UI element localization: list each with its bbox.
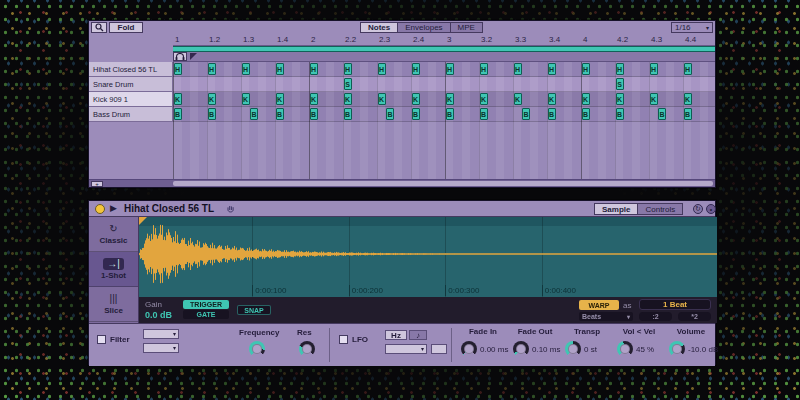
horizontal-scrollbar[interactable]: + xyxy=(89,179,715,187)
param-value[interactable]: 0.00 ms xyxy=(480,345,508,354)
midi-note[interactable]: K xyxy=(344,93,352,105)
midi-note[interactable]: B xyxy=(412,108,420,120)
note-row[interactable]: KKKKKKKKKKKKKKKK xyxy=(173,92,715,107)
warp-mode-select[interactable]: Beats ▾ xyxy=(579,312,633,321)
midi-note[interactable]: B xyxy=(344,108,352,120)
midi-note[interactable]: H xyxy=(616,63,624,75)
mode-1-shot-button[interactable]: →|1-Shot xyxy=(89,252,138,287)
tab-notes[interactable]: Notes xyxy=(360,22,398,33)
midi-note[interactable]: H xyxy=(548,63,556,75)
midi-note[interactable]: H xyxy=(276,63,284,75)
midi-note[interactable]: H xyxy=(684,63,692,75)
preview-button[interactable] xyxy=(173,52,187,61)
midi-note[interactable]: B xyxy=(310,108,318,120)
lfo-rate-field[interactable] xyxy=(431,344,447,354)
midi-note[interactable]: K xyxy=(242,93,250,105)
midi-note[interactable]: K xyxy=(480,93,488,105)
lfo-hz-button[interactable]: Hz xyxy=(385,330,407,340)
midi-note[interactable]: B xyxy=(208,108,216,120)
midi-note[interactable]: H xyxy=(378,63,386,75)
param-value[interactable]: 0 st xyxy=(584,345,597,354)
param-value[interactable]: 0.10 ms xyxy=(532,345,560,354)
warp-button[interactable]: WARP xyxy=(579,300,619,310)
param-value[interactable]: -10.0 dB xyxy=(688,345,718,354)
track-label[interactable]: Kick 909 1 xyxy=(89,92,173,107)
midi-note[interactable]: H xyxy=(446,63,454,75)
filter-type-select[interactable]: ▾ xyxy=(143,329,179,339)
midi-note[interactable]: K xyxy=(514,93,522,105)
midi-note[interactable]: B xyxy=(386,108,394,120)
mode-classic-button[interactable]: ↻Classic xyxy=(89,217,138,252)
midi-note[interactable]: H xyxy=(650,63,658,75)
midi-note[interactable]: H xyxy=(310,63,318,75)
note-row[interactable]: BBBBBBBBBBBBBBBB xyxy=(173,107,715,122)
midi-note[interactable]: B xyxy=(174,108,182,120)
param-knob[interactable] xyxy=(617,341,633,357)
track-label[interactable]: Hihat Closed 56 TL xyxy=(89,62,173,77)
midi-note[interactable]: K xyxy=(582,93,590,105)
half-tempo-button[interactable]: :2 xyxy=(639,312,672,321)
midi-note[interactable]: K xyxy=(378,93,386,105)
midi-note[interactable]: H xyxy=(344,63,352,75)
mode-slice-button[interactable]: |||Slice xyxy=(89,287,138,322)
midi-note[interactable]: H xyxy=(412,63,420,75)
lfo-checkbox[interactable] xyxy=(339,335,348,344)
midi-note[interactable]: H xyxy=(514,63,522,75)
fold-button[interactable]: Fold xyxy=(109,22,143,33)
marker-lane[interactable] xyxy=(173,52,715,62)
beat-ruler[interactable]: 11.21.31.422.22.32.433.23.33.444.24.34.4 xyxy=(173,34,715,46)
grid-resolution-select[interactable]: 1/16 ▾ xyxy=(671,22,713,33)
midi-note[interactable]: B xyxy=(616,108,624,120)
midi-note[interactable]: H xyxy=(582,63,590,75)
midi-note[interactable]: K xyxy=(310,93,318,105)
param-knob[interactable] xyxy=(565,341,581,357)
scrollbar-handle[interactable] xyxy=(173,181,713,186)
midi-note[interactable]: B xyxy=(658,108,666,120)
lfo-shape-select[interactable]: ▾ xyxy=(385,344,427,354)
gate-button[interactable]: GATE xyxy=(183,310,229,319)
midi-note[interactable]: H xyxy=(208,63,216,75)
note-row[interactable]: HHHHHHHHHHHHHHHH xyxy=(173,62,715,77)
midi-note[interactable]: S xyxy=(616,78,624,90)
track-label[interactable]: Snare Drum xyxy=(89,77,173,92)
midi-note[interactable]: K xyxy=(616,93,624,105)
trigger-button[interactable]: TRIGGER xyxy=(183,300,229,309)
sample-start-flag[interactable] xyxy=(139,217,147,225)
zoom-button[interactable] xyxy=(91,22,107,33)
tab-envelopes[interactable]: Envelopes xyxy=(397,22,450,33)
midi-note[interactable]: K xyxy=(446,93,454,105)
midi-note[interactable]: K xyxy=(412,93,420,105)
gain-value[interactable]: 0.0 dB xyxy=(145,310,172,320)
play-icon[interactable]: ▶ xyxy=(110,203,117,213)
midi-note[interactable]: B xyxy=(276,108,284,120)
res-knob[interactable] xyxy=(299,341,315,357)
midi-note[interactable]: B xyxy=(480,108,488,120)
midi-note[interactable]: K xyxy=(650,93,658,105)
waveform-display[interactable]: 0:00:1000:00:2000:00:3000:00:400 xyxy=(139,217,717,297)
track-label[interactable]: Bass Drum xyxy=(89,107,173,122)
midi-note[interactable]: B xyxy=(446,108,454,120)
start-marker[interactable] xyxy=(190,53,197,60)
midi-note[interactable]: B xyxy=(522,108,530,120)
midi-note[interactable]: K xyxy=(208,93,216,105)
warp-length-select[interactable]: 1 Beat xyxy=(639,299,711,310)
note-row[interactable]: SS xyxy=(173,77,715,92)
frequency-knob[interactable] xyxy=(249,341,265,357)
midi-note[interactable]: B xyxy=(684,108,692,120)
tab-mpe[interactable]: MPE xyxy=(450,22,483,33)
param-knob[interactable] xyxy=(461,341,477,357)
filter-slope-select[interactable]: ▾ xyxy=(143,343,179,353)
hotswap-icon[interactable]: ↻ xyxy=(693,204,703,214)
note-grid[interactable]: HHHHHHHHHHHHHHHHSSKKKKKKKKKKKKKKKKBBBBBB… xyxy=(173,62,715,122)
filter-checkbox[interactable] xyxy=(97,335,106,344)
info-icon[interactable]: • xyxy=(706,204,716,214)
tab-sample[interactable]: Sample xyxy=(594,203,638,215)
midi-note[interactable]: K xyxy=(548,93,556,105)
snap-button[interactable]: SNAP xyxy=(237,305,271,315)
lfo-sync-button[interactable]: ♪ xyxy=(409,330,427,340)
draw-mode-button[interactable]: + xyxy=(91,181,103,187)
double-tempo-button[interactable]: *2 xyxy=(678,312,711,321)
tab-controls[interactable]: Controls xyxy=(637,203,683,215)
note-grid-empty[interactable] xyxy=(173,122,715,179)
midi-note[interactable]: B xyxy=(250,108,258,120)
